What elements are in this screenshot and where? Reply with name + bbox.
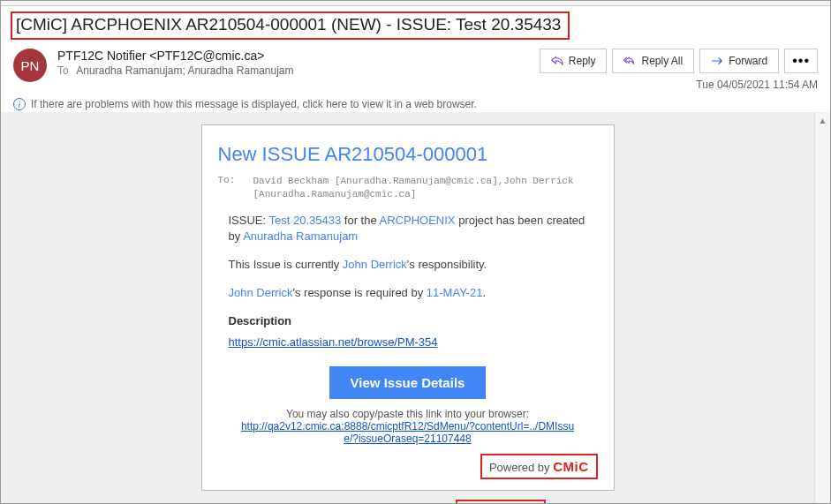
description-label: Description — [229, 314, 598, 327]
sender-avatar: PN — [13, 49, 47, 82]
powered-by-text: Powered by — [489, 461, 553, 474]
view-issue-button[interactable]: View Issue Details — [329, 366, 487, 399]
text: 's responsibility. — [407, 258, 487, 271]
forward-button[interactable]: Forward — [699, 49, 779, 73]
android-link[interactable]: Android — [509, 501, 542, 503]
card-line-created: ISSUE: Test 20.35433 for the ARCPHOENIX … — [229, 213, 598, 244]
reply-all-label: Reply All — [641, 55, 683, 67]
reply-button[interactable]: Reply — [540, 49, 608, 73]
sender-name: PTF12C Notifier <PTF12C@cmic.ca> — [57, 49, 540, 63]
app-links-box: th iOS and Android — [456, 500, 546, 503]
copy-instruction: You may also copy/paste this link into y… — [218, 408, 598, 420]
card-line-due: John Derrick's response is required by 1… — [229, 285, 598, 301]
text: th — [460, 501, 471, 503]
reply-all-button[interactable]: Reply All — [612, 49, 694, 73]
timestamp: Tue 04/05/2021 11:54 AM — [540, 79, 818, 91]
ios-link[interactable]: iOS — [471, 501, 487, 503]
project-link[interactable]: ARCPHOENIX — [380, 214, 456, 227]
forward-label: Forward — [729, 55, 767, 67]
ribbon-border — [1, 1, 830, 6]
info-icon: i — [13, 98, 26, 110]
description-body: https://cmic.atlassian.net/browse/PM-354 — [229, 335, 598, 350]
text: Want to download the app? Available for … — [269, 501, 457, 503]
ellipsis-icon: ••• — [792, 53, 810, 68]
card-title: New ISSUE AR210504-000001 — [218, 143, 598, 166]
card-to-label: To: — [218, 175, 253, 202]
reply-icon — [551, 55, 563, 67]
reply-all-icon — [623, 55, 636, 67]
description-link[interactable]: https://cmic.atlassian.net/browse/PM-354 — [229, 335, 438, 349]
responsible-person-link[interactable]: John Derrick — [343, 258, 407, 271]
text: 's response is required by — [292, 286, 426, 299]
card-line-responsibility: This Issue is currently John Derrick's r… — [229, 257, 598, 273]
responder-link[interactable]: John Derrick — [229, 286, 293, 299]
text: . — [482, 286, 486, 299]
deep-link[interactable]: http://qa2v12.cmic.ca:8888/cmicptfR12/Sd… — [241, 420, 574, 445]
more-actions-button[interactable]: ••• — [784, 49, 818, 73]
recipients: Anuradha Ramanujam; Anuradha Ramanujam — [76, 64, 293, 77]
notification-card: New ISSUE AR210504-000001 To: David Beck… — [201, 124, 615, 491]
card-to-row: To: David Beckham [Anuradha.Ramanujam@cm… — [218, 175, 598, 202]
scroll-up-arrow-icon[interactable]: ▲ — [815, 112, 830, 128]
text: and — [487, 501, 509, 503]
recipients-line: To Anuradha Ramanujam; Anuradha Ramanuja… — [57, 64, 540, 77]
cmic-logo: CMiC — [553, 459, 588, 474]
text: This Issue is currently — [229, 258, 343, 271]
info-bar-text: If there are problems with how this mess… — [31, 98, 477, 110]
email-header: [CMiC] ARCPHOENIX AR210504-000001 (NEW) … — [1, 1, 830, 98]
vertical-scrollbar[interactable]: ▲ — [814, 112, 830, 503]
card-to-value: David Beckham [Anuradha.Ramanujam@cmic.c… — [253, 175, 598, 202]
text: ISSUE: — [229, 214, 269, 227]
creator-link[interactable]: Anuradha Ramanujam — [243, 229, 358, 243]
powered-by-box: Powered by CMiC — [480, 454, 598, 479]
issue-link[interactable]: Test 20.35433 — [269, 214, 342, 227]
text: for the — [341, 214, 379, 227]
subject-line: [CMiC] ARCPHOENIX AR210504-000001 (NEW) … — [11, 11, 570, 40]
forward-icon — [711, 55, 723, 67]
download-footer: Want to download the app? Available for … — [13, 500, 802, 503]
copy-link-row: http://qa2v12.cmic.ca:8888/cmicptfR12/Sd… — [218, 420, 598, 445]
to-label: To — [57, 64, 69, 77]
reply-label: Reply — [569, 55, 596, 67]
powered-by-row: Powered by CMiC — [218, 454, 598, 479]
message-body-pane: New ISSUE AR210504-000001 To: David Beck… — [1, 112, 814, 503]
due-date: 11-MAY-21 — [427, 286, 483, 299]
